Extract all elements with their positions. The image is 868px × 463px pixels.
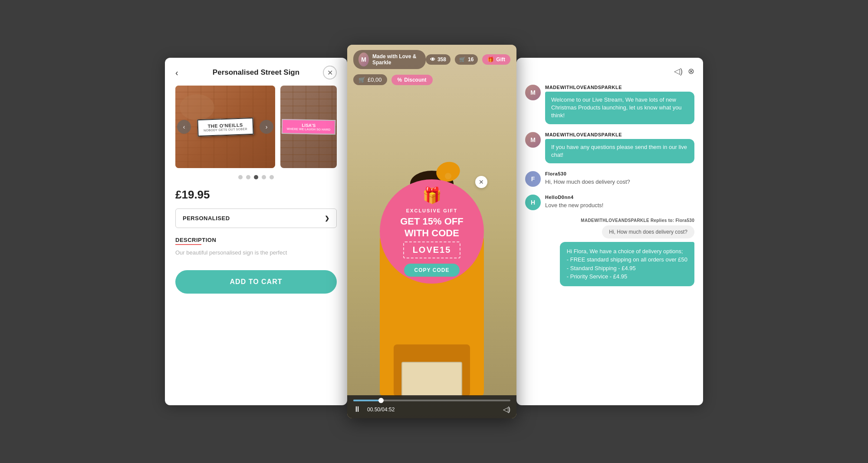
copy-code-button[interactable]: COPY CODE <box>404 264 460 277</box>
gift-icon: 🎁 <box>487 56 494 63</box>
stream-controls: ⏸ 00.50/04:52 ◁) <box>353 405 510 414</box>
chat-header: ◁) ⊗ <box>525 66 694 76</box>
cart-count-badge: 🛒 16 <box>455 54 478 65</box>
stream-stats: 👁 358 🛒 16 🎁 Gift <box>426 54 510 65</box>
chat-message-2: M MADEWITHLOVEANDSPARKLE If you have any… <box>525 132 694 163</box>
gift-popup-icon: 🎁 <box>422 186 442 205</box>
streamer-info: M Made with Love & Sparkle <box>353 50 426 69</box>
chat-message-4: H HelloD0nn4 Love the new products! <box>525 195 694 210</box>
chat-message-3: F Flora530 Hi, How much does delivery co… <box>525 171 694 187</box>
description-section: DESCRIPTION Our beautiful personalised s… <box>175 237 337 257</box>
dot-2[interactable] <box>246 175 250 179</box>
add-to-cart-button[interactable]: ADD TO CART <box>175 270 337 294</box>
chat-content-4: HelloD0nn4 Love the new products! <box>545 195 694 209</box>
chat-username-2: MADEWITHLOVEANDSPARKLE <box>545 132 694 137</box>
stream-header-row2: 🛒 £0,00 % Discount <box>347 74 516 89</box>
off-text: GET 15% OFF WITH CODE <box>400 216 463 239</box>
image-dots <box>175 175 337 179</box>
stream-panel: M Made with Love & Sparkle 👁 358 🛒 16 🎁 <box>347 45 516 418</box>
dot-3[interactable] <box>254 175 258 179</box>
volume-button[interactable]: ◁) <box>503 405 510 413</box>
chat-text-3: Hi, How much does delivery cost? <box>545 178 694 186</box>
exclusive-label: EXCLUSIVE GIFT <box>406 208 457 213</box>
speaker-icon: ◁) <box>674 67 683 76</box>
gift-badge[interactable]: 🎁 Gift <box>482 54 510 65</box>
product-image-main: THE O'NEILLS NOBODY GETS OUT SOBER ‹ › <box>175 86 275 168</box>
x-circle-icon: ⊗ <box>688 67 694 76</box>
time-display: 00.50/04:52 <box>367 407 395 413</box>
discount-code: LOVE15 <box>413 245 451 255</box>
cart-icon: 🛒 <box>459 56 466 63</box>
chat-close-button[interactable]: ⊗ <box>688 66 694 76</box>
popup-close-button[interactable]: ✕ <box>475 176 487 188</box>
variant-selector[interactable]: PERSONALISED ❯ <box>175 208 337 228</box>
product-header: ‹ Personalised Street Sign ✕ <box>175 68 337 77</box>
chevron-down-icon: ❯ <box>325 215 330 222</box>
progress-bar[interactable] <box>353 400 510 401</box>
chat-username-4: HelloD0nn4 <box>545 195 694 200</box>
product-price: £19.95 <box>175 188 337 202</box>
product-image-thumb: LISA'S WHERE WE LAUGH SO HARD <box>280 86 337 168</box>
product-images: THE O'NEILLS NOBODY GETS OUT SOBER ‹ › L… <box>175 86 337 168</box>
variant-label: PERSONALISED <box>183 215 230 222</box>
chat-content-2: MADEWITHLOVEANDSPARKLE If you have any q… <box>545 132 694 163</box>
next-image-button[interactable]: › <box>260 120 273 134</box>
chat-content-1: MADEWITHLOVEANDSPARKLE Welcome to our Li… <box>545 85 694 124</box>
chat-avatar-3: F <box>525 171 541 187</box>
stream-footer: ⏸ 00.50/04:52 ◁) <box>347 395 516 418</box>
chat-panel: ◁) ⊗ M MADEWITHLOVEANDSPARKLE Welcome to… <box>516 58 703 405</box>
discount-badge[interactable]: % Discount <box>391 75 433 85</box>
product-title: Personalised Street Sign <box>213 68 299 77</box>
chat-message-1: M MADEWITHLOVEANDSPARKLE Welcome to our … <box>525 85 694 124</box>
reply-original-quote: Hi, How much does delivery cost? <box>602 225 694 238</box>
chat-content-3: Flora530 Hi, How much does delivery cost… <box>545 171 694 186</box>
sign2-text-sub: WHERE WE LAUGH SO HARD <box>287 127 330 131</box>
dot-5[interactable] <box>270 175 274 179</box>
play-pause-button[interactable]: ⏸ <box>353 405 361 414</box>
chat-username-3: Flora530 <box>545 171 694 176</box>
description-label: DESCRIPTION <box>175 237 337 245</box>
chat-username-1: MADEWITHLOVEANDSPARKLE <box>545 85 694 90</box>
cart-price-badge[interactable]: 🛒 £0,00 <box>353 74 387 85</box>
dot-4[interactable] <box>262 175 266 179</box>
chat-text-4: Love the new products! <box>545 202 694 209</box>
stream-header: M Made with Love & Sparkle 👁 358 🛒 16 🎁 <box>347 45 516 74</box>
volume-icon: ◁) <box>503 406 510 413</box>
chat-avatar-1: M <box>525 85 541 100</box>
streamer-name: Made with Love & Sparkle <box>372 53 421 66</box>
chat-avatar-4: H <box>525 195 541 210</box>
discount-code-box: LOVE15 <box>403 241 461 258</box>
close-product-button[interactable]: ✕ <box>323 66 337 79</box>
progress-fill <box>353 400 381 401</box>
close-icon: ✕ <box>327 69 333 77</box>
cart-icon-2: 🛒 <box>358 76 365 83</box>
reply-bubble: Hi Flora, We have a choice of delivery o… <box>560 242 694 286</box>
streamer-avatar: M <box>358 53 369 66</box>
reply-header: MADEWITHLOVEANDSPARKLE Replies to: Flora… <box>529 218 694 223</box>
views-badge: 👁 358 <box>426 54 450 65</box>
progress-thumb <box>378 398 384 403</box>
chat-bubble-1: Welcome to our Live Stream, We have lots… <box>545 92 694 124</box>
chat-avatar-2: M <box>525 132 541 148</box>
percent-icon: % <box>398 77 402 83</box>
discount-popup: ✕ 🎁 EXCLUSIVE GIFT GET 15% OFF WITH CODE… <box>380 179 484 284</box>
reply-section: MADEWITHLOVEANDSPARKLE Replies to: Flora… <box>529 218 694 286</box>
product-panel: ‹ Personalised Street Sign ✕ THE O'NEILL… <box>165 58 347 405</box>
dot-1[interactable] <box>238 175 243 179</box>
description-text: Our beautiful personalised sign is the p… <box>175 248 337 257</box>
back-button[interactable]: ‹ <box>175 68 178 78</box>
chat-bubble-2: If you have any questions please send th… <box>545 139 694 163</box>
chat-speaker-button[interactable]: ◁) <box>674 66 683 76</box>
eye-icon: 👁 <box>430 56 435 63</box>
prev-image-button[interactable]: ‹ <box>177 120 191 134</box>
close-icon: ✕ <box>479 179 484 185</box>
